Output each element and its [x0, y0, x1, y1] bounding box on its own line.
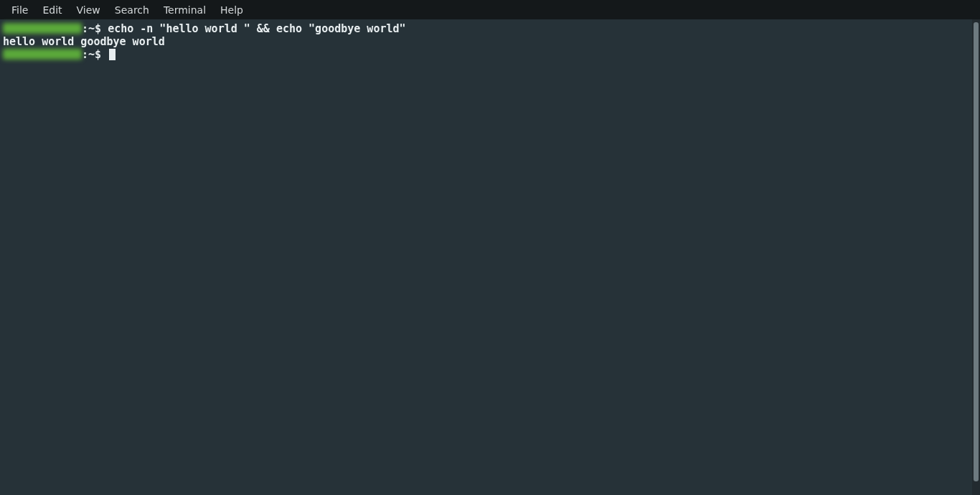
user-host-redacted	[3, 23, 82, 34]
prompt-path: ~	[88, 22, 95, 35]
command-output: hello world goodbye world	[3, 35, 165, 48]
command-text: echo -n "hello world " && echo "goodbye …	[108, 22, 405, 35]
menu-file[interactable]: File	[4, 2, 35, 18]
scrollbar[interactable]	[972, 19, 980, 495]
terminal-area[interactable]: :~$ echo -n "hello world " && echo "good…	[0, 19, 972, 495]
prompt-path: ~	[88, 48, 95, 61]
menu-view[interactable]: View	[70, 2, 108, 18]
text-cursor	[109, 49, 116, 60]
prompt-dollar: $	[95, 48, 101, 61]
terminal-line: :~$	[3, 48, 968, 61]
menu-edit[interactable]: Edit	[35, 2, 69, 18]
terminal-window: :~$ echo -n "hello world " && echo "good…	[0, 19, 980, 495]
terminal-line: hello world goodbye world	[3, 35, 968, 48]
prompt-separator: :	[82, 22, 88, 35]
scrollbar-thumb[interactable]	[974, 22, 979, 481]
prompt-dollar: $	[95, 22, 101, 35]
terminal-line: :~$ echo -n "hello world " && echo "good…	[3, 22, 968, 35]
user-host-redacted	[3, 49, 82, 60]
menu-terminal[interactable]: Terminal	[156, 2, 213, 18]
menubar: File Edit View Search Terminal Help	[0, 0, 980, 19]
menu-search[interactable]: Search	[108, 2, 156, 18]
menu-help[interactable]: Help	[213, 2, 250, 18]
prompt-separator: :	[82, 48, 88, 61]
